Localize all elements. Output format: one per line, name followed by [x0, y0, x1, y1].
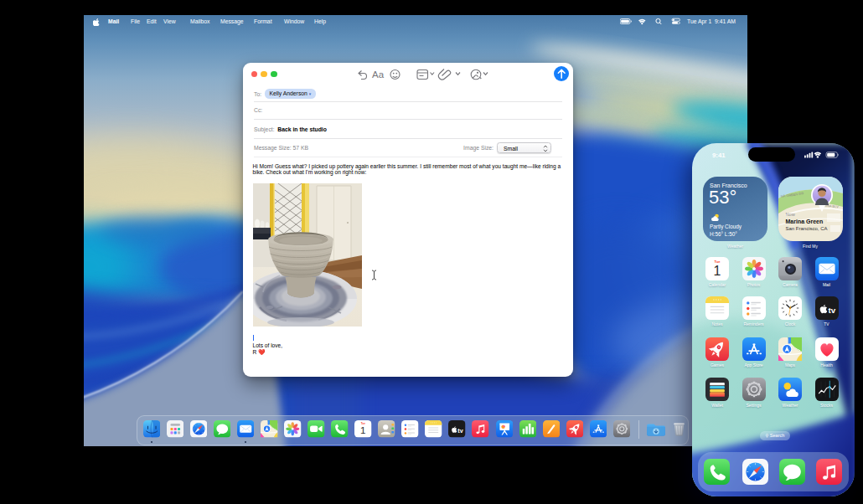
- svg-text:Aa: Aa: [372, 69, 385, 80]
